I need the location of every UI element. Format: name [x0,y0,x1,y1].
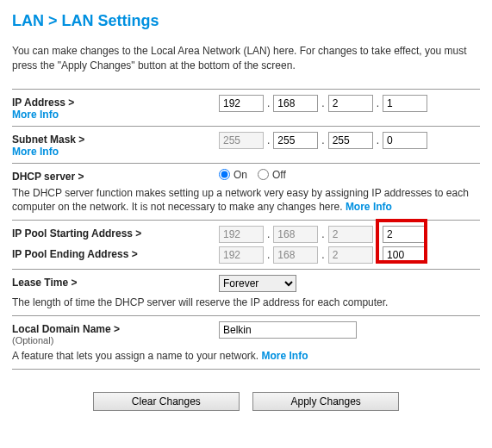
lease-row: Lease Time > Forever [12,275,480,292]
subnet-oct2[interactable] [273,132,318,149]
dhcp-on-option[interactable]: On [219,169,247,181]
ip-address-oct1[interactable] [219,95,264,112]
pool-start-oct4[interactable] [383,226,427,243]
divider [12,369,480,370]
divider [12,89,480,90]
pool-start-oct1 [219,226,264,243]
pool-end-oct2 [273,246,318,264]
subnet-oct3[interactable] [328,132,373,149]
clear-changes-button[interactable]: Clear Changes [93,392,240,411]
dhcp-label: DHCP server > [12,171,219,183]
page-title: LAN > LAN Settings [12,12,480,30]
domain-input[interactable] [219,321,357,339]
dhcp-off-option[interactable]: Off [258,169,286,181]
lease-label: Lease Time > [12,277,219,289]
pool-end-oct1 [219,246,264,264]
dhcp-desc-text: The DHCP server function makes setting u… [12,187,469,214]
domain-row: Local Domain Name > (Optional) [12,321,480,345]
ip-address-oct3[interactable] [328,95,373,112]
divider [12,220,480,221]
domain-label: Local Domain Name > [12,323,219,335]
pool-end-label: IP Pool Ending Address > [12,248,219,260]
dhcp-desc: The DHCP server function makes setting u… [12,186,480,215]
dot: . [318,97,327,109]
dot: . [318,134,327,146]
ip-address-more-info-link[interactable]: More Info [12,109,219,121]
domain-desc: A feature that lets you assign a name to… [12,349,480,364]
dot: . [373,249,383,261]
pool-start-row: IP Pool Starting Address > . . . [12,226,480,243]
dot: . [373,134,383,146]
dot: . [318,228,327,240]
subnet-oct1 [219,132,264,149]
dhcp-on-radio[interactable] [219,169,230,180]
ip-address-oct4[interactable] [383,95,427,112]
divider [12,315,480,316]
ip-address-row: IP Address > More Info . . . [12,95,480,121]
subnet-oct4[interactable] [383,132,427,149]
pool-start-oct3 [328,226,373,243]
dot: . [373,228,383,240]
dot: . [264,97,273,109]
pool-start-label: IP Pool Starting Address > [12,227,219,240]
dot: . [264,249,273,261]
ip-address-label: IP Address > [12,96,219,109]
divider [12,163,480,164]
domain-desc-text: A feature that lets you assign a name to… [12,350,262,362]
dhcp-row: DHCP server > On Off [12,169,480,183]
dhcp-off-label: Off [272,169,286,181]
pool-end-oct3 [328,246,373,264]
pool-end-row: IP Pool Ending Address > . . . [12,246,480,264]
pool-start-oct2 [273,226,318,243]
apply-changes-button[interactable]: Apply Changes [252,392,399,411]
dot: . [318,249,327,261]
dhcp-off-radio[interactable] [258,169,269,180]
subnet-label: Subnet Mask > [12,134,219,146]
dhcp-on-label: On [234,169,247,181]
divider [12,269,480,270]
lease-time-select[interactable]: Forever [219,275,296,292]
pool-end-oct4[interactable] [383,246,427,264]
domain-sub: (Optional) [12,335,219,345]
ip-address-oct2[interactable] [273,95,318,112]
subnet-row: Subnet Mask > More Info . . . [12,132,480,158]
domain-more-info-link[interactable]: More Info [262,350,308,362]
subnet-more-info-link[interactable]: More Info [12,146,219,158]
divider [12,126,480,127]
lease-desc: The length of time the DHCP server will … [12,296,480,310]
dot: . [264,134,273,146]
dot: . [264,228,273,240]
dot: . [373,97,383,109]
dhcp-more-info-link[interactable]: More Info [346,201,392,213]
button-bar: Clear Changes Apply Changes [12,392,480,411]
intro-text: You can make changes to the Local Area N… [12,44,480,73]
